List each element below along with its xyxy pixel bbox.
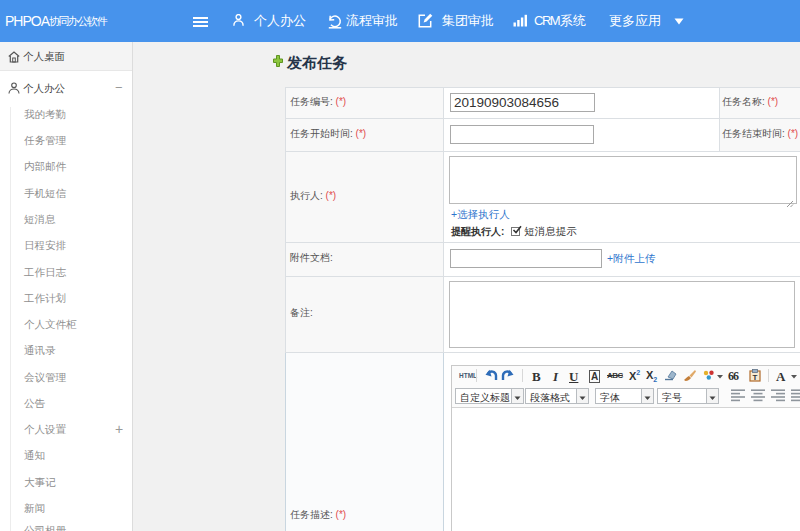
svg-text:T: T [753, 373, 758, 382]
